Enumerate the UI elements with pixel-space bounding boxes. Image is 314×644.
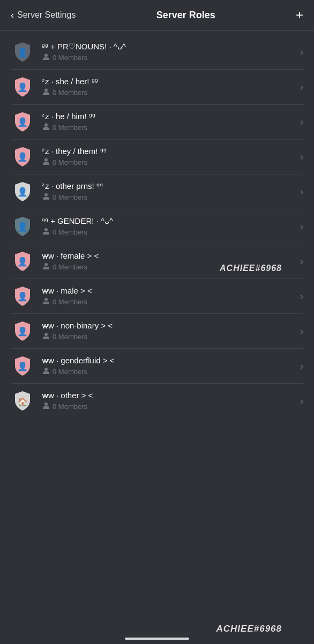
role-name-gender-header: ᵍᵍ + GENDER! · ^ᴗ^ xyxy=(42,216,296,226)
app-header: ‹ Server Settings Server Roles + xyxy=(0,0,314,30)
role-members-other: 0 Members xyxy=(42,401,296,412)
members-count-other: 0 Members xyxy=(53,402,87,411)
svg-text:🏠: 🏠 xyxy=(18,397,28,407)
svg-text:👤: 👤 xyxy=(17,222,28,232)
role-info-female: w̶w · female > < 0 Members xyxy=(42,251,296,272)
role-item-gender-header[interactable]: 👤 ᵍᵍ + GENDER! · ^ᴗ^ 0 Members› xyxy=(0,209,314,244)
role-shield-gender-header: 👤 xyxy=(11,215,34,238)
role-members-pronouns-header: 0 Members xyxy=(42,53,296,63)
members-count-female: 0 Members xyxy=(53,263,87,271)
back-label: Server Settings xyxy=(17,10,76,20)
role-name-genderfluid: w̶w · genderfluid > < xyxy=(42,356,296,365)
role-item-male[interactable]: 👤 w̶w · male > < 0 Members› xyxy=(0,279,314,313)
role-name-she-her: ᶻz · she / her! ᵍᵍ xyxy=(42,77,296,86)
role-members-male: 0 Members xyxy=(42,297,296,307)
role-info-non-binary: w̶w · non-binary > < 0 Members xyxy=(42,321,296,342)
role-info-other: w̶w · other > < 0 Members xyxy=(42,391,296,412)
role-members-he-him: 0 Members xyxy=(42,122,296,133)
members-count-non-binary: 0 Members xyxy=(53,333,87,341)
role-members-genderfluid: 0 Members xyxy=(42,367,296,377)
role-chevron-icon-female: › xyxy=(300,256,303,267)
role-list: 👤 ᵍᵍ + PR♡NOUNS! · ^ᴗ^ 0 Members› 👤 ᶻz ·… xyxy=(0,31,314,422)
role-shield-other: 🏠 xyxy=(11,389,34,413)
svg-text:👤: 👤 xyxy=(17,361,28,371)
role-shield-pronouns-header: 👤 xyxy=(11,40,34,64)
svg-text:👤: 👤 xyxy=(17,187,28,197)
svg-text:👤: 👤 xyxy=(17,47,28,57)
watermark: ACHIEE#6968 xyxy=(216,624,282,634)
role-shield-female: 👤 xyxy=(11,250,34,273)
role-item-female[interactable]: ACHIEE#6968 👤 w̶w · female > < 0 Members… xyxy=(0,244,314,279)
role-members-other-prns: 0 Members xyxy=(42,192,296,202)
role-shield-they-them: 👤 xyxy=(11,145,34,169)
add-role-button[interactable]: + xyxy=(296,9,303,21)
role-shield-male: 👤 xyxy=(11,284,34,308)
role-item-he-him[interactable]: 👤 ᶻz · he / him! ᵍᵍ 0 Members› xyxy=(0,105,314,139)
role-item-other-prns[interactable]: 👤 ᶻz · other prns! ᵍᵍ 0 Members› xyxy=(0,174,314,209)
role-chevron-icon-gender-header: › xyxy=(300,221,303,232)
members-count-gender-header: 0 Members xyxy=(53,228,87,236)
members-icon xyxy=(42,401,50,412)
role-shield-he-him: 👤 xyxy=(11,110,34,134)
role-members-gender-header: 0 Members xyxy=(42,227,296,237)
home-indicator xyxy=(125,638,189,640)
members-icon xyxy=(42,192,50,202)
role-info-pronouns-header: ᵍᵍ + PR♡NOUNS! · ^ᴗ^ 0 Members xyxy=(42,42,296,63)
role-shield-other-prns: 👤 xyxy=(11,180,34,203)
role-name-they-them: ᶻz · they / them! ᵍᵍ xyxy=(42,147,296,156)
svg-text:👤: 👤 xyxy=(17,257,28,267)
header-back[interactable]: ‹ Server Settings xyxy=(11,10,76,21)
role-chevron-icon-he-him: › xyxy=(300,116,303,128)
role-name-male: w̶w · male > < xyxy=(42,286,296,296)
svg-text:👤: 👤 xyxy=(17,82,28,92)
members-icon xyxy=(42,262,50,272)
svg-text:👤: 👤 xyxy=(17,326,28,336)
role-info-they-them: ᶻz · they / them! ᵍᵍ 0 Members xyxy=(42,147,296,167)
members-icon xyxy=(42,87,50,98)
back-chevron-icon: ‹ xyxy=(11,10,14,21)
role-info-he-him: ᶻz · he / him! ᵍᵍ 0 Members xyxy=(42,112,296,133)
role-info-genderfluid: w̶w · genderfluid > < 0 Members xyxy=(42,356,296,377)
role-chevron-icon-other-prns: › xyxy=(300,186,303,197)
role-item-pronouns-header[interactable]: 👤 ᵍᵍ + PR♡NOUNS! · ^ᴗ^ 0 Members› xyxy=(0,35,314,69)
role-info-male: w̶w · male > < 0 Members xyxy=(42,286,296,307)
role-name-other-prns: ᶻz · other prns! ᵍᵍ xyxy=(42,181,296,191)
role-chevron-icon-male: › xyxy=(300,291,303,302)
members-icon xyxy=(42,157,50,167)
members-count-they-them: 0 Members xyxy=(53,158,87,166)
role-item-she-her[interactable]: 👤 ᶻz · she / her! ᵍᵍ 0 Members› xyxy=(0,70,314,104)
role-item-other[interactable]: 🏠 w̶w · other > < 0 Members› xyxy=(0,384,314,418)
role-item-they-them[interactable]: 👤 ᶻz · they / them! ᵍᵍ 0 Members› xyxy=(0,140,314,174)
role-item-genderfluid[interactable]: 👤 w̶w · genderfluid > < 0 Members› xyxy=(0,349,314,383)
role-name-he-him: ᶻz · he / him! ᵍᵍ xyxy=(42,112,296,121)
members-count-male: 0 Members xyxy=(53,298,87,306)
members-icon xyxy=(42,122,50,133)
members-icon xyxy=(42,227,50,237)
members-count-pronouns-header: 0 Members xyxy=(53,54,87,62)
members-icon xyxy=(42,53,50,63)
svg-text:👤: 👤 xyxy=(17,152,28,162)
role-info-gender-header: ᵍᵍ + GENDER! · ^ᴗ^ 0 Members xyxy=(42,216,296,237)
members-count-genderfluid: 0 Members xyxy=(53,368,87,376)
role-chevron-icon-pronouns-header: › xyxy=(300,47,303,58)
role-chevron-icon-genderfluid: › xyxy=(300,361,303,372)
members-count-she-her: 0 Members xyxy=(53,89,87,97)
role-name-other: w̶w · other > < xyxy=(42,391,296,400)
role-shield-she-her: 👤 xyxy=(11,75,34,99)
role-members-they-them: 0 Members xyxy=(42,157,296,167)
page-title: Server Roles xyxy=(156,10,215,21)
role-item-non-binary[interactable]: 👤 w̶w · non-binary > < 0 Members› xyxy=(0,314,314,348)
role-chevron-icon-non-binary: › xyxy=(300,326,303,337)
members-icon xyxy=(42,332,50,342)
role-members-she-her: 0 Members xyxy=(42,87,296,98)
role-chevron-icon-she-her: › xyxy=(300,82,303,93)
members-count-other-prns: 0 Members xyxy=(53,193,87,201)
role-info-she-her: ᶻz · she / her! ᵍᵍ 0 Members xyxy=(42,77,296,98)
role-name-pronouns-header: ᵍᵍ + PR♡NOUNS! · ^ᴗ^ xyxy=(42,42,296,52)
role-chevron-icon-they-them: › xyxy=(300,151,303,163)
role-name-non-binary: w̶w · non-binary > < xyxy=(42,321,296,331)
role-name-female: w̶w · female > < xyxy=(42,251,296,261)
role-members-female: 0 Members xyxy=(42,262,296,272)
svg-text:👤: 👤 xyxy=(17,291,28,302)
members-count-he-him: 0 Members xyxy=(53,123,87,131)
